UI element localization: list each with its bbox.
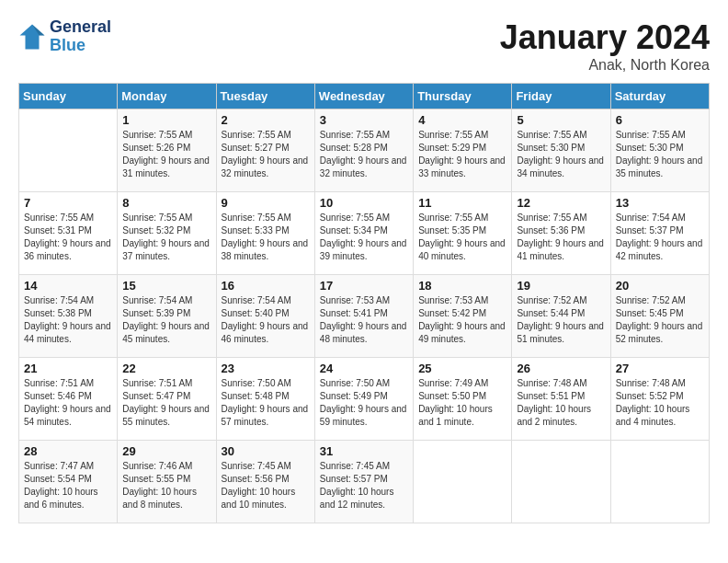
day-number: 2 <box>222 113 310 127</box>
calendar-week-row: 14Sunrise: 7:54 AM Sunset: 5:38 PM Dayli… <box>19 275 710 358</box>
title-block: January 2024 Anak, North Korea <box>500 18 710 74</box>
day-info: Sunrise: 7:53 AM Sunset: 5:41 PM Dayligh… <box>320 294 408 346</box>
calendar-table: SundayMondayTuesdayWednesdayThursdayFrid… <box>18 83 710 523</box>
day-number: 26 <box>517 362 605 375</box>
day-number: 7 <box>24 196 112 210</box>
day-info: Sunrise: 7:55 AM Sunset: 5:34 PM Dayligh… <box>320 212 408 263</box>
calendar-cell: 30Sunrise: 7:45 AM Sunset: 5:56 PM Dayli… <box>216 441 314 523</box>
day-number: 6 <box>616 113 704 127</box>
day-number: 30 <box>222 444 310 458</box>
day-info: Sunrise: 7:55 AM Sunset: 5:28 PM Dayligh… <box>320 129 408 180</box>
day-number: 5 <box>517 113 605 127</box>
day-number: 25 <box>418 362 506 375</box>
day-info: Sunrise: 7:51 AM Sunset: 5:47 PM Dayligh… <box>122 377 210 429</box>
day-info: Sunrise: 7:55 AM Sunset: 5:30 PM Dayligh… <box>616 129 704 180</box>
calendar-cell: 18Sunrise: 7:53 AM Sunset: 5:42 PM Dayli… <box>414 275 512 358</box>
calendar-cell <box>19 109 118 192</box>
calendar-cell: 27Sunrise: 7:48 AM Sunset: 5:52 PM Dayli… <box>610 358 709 441</box>
day-number: 13 <box>616 196 704 210</box>
day-info: Sunrise: 7:53 AM Sunset: 5:42 PM Dayligh… <box>418 294 506 346</box>
day-info: Sunrise: 7:45 AM Sunset: 5:57 PM Dayligh… <box>320 460 408 511</box>
day-info: Sunrise: 7:54 AM Sunset: 5:37 PM Dayligh… <box>616 212 704 263</box>
weekday-header-wednesday: Wednesday <box>314 84 413 109</box>
day-info: Sunrise: 7:51 AM Sunset: 5:46 PM Dayligh… <box>24 377 112 429</box>
day-info: Sunrise: 7:54 AM Sunset: 5:38 PM Dayligh… <box>24 294 112 346</box>
day-number: 1 <box>122 113 210 127</box>
day-number: 29 <box>122 444 210 458</box>
logo-icon <box>18 23 46 51</box>
calendar-cell: 3Sunrise: 7:55 AM Sunset: 5:28 PM Daylig… <box>314 109 413 192</box>
weekday-header-tuesday: Tuesday <box>216 84 314 109</box>
day-number: 15 <box>122 279 210 293</box>
calendar-cell: 16Sunrise: 7:54 AM Sunset: 5:40 PM Dayli… <box>216 275 314 358</box>
logo: General Blue <box>18 18 111 55</box>
day-number: 10 <box>320 196 408 210</box>
calendar-week-row: 7Sunrise: 7:55 AM Sunset: 5:31 PM Daylig… <box>19 192 710 275</box>
day-number: 20 <box>616 279 704 293</box>
calendar-title: January 2024 <box>500 18 710 57</box>
calendar-week-row: 1Sunrise: 7:55 AM Sunset: 5:26 PM Daylig… <box>19 109 710 192</box>
calendar-cell: 24Sunrise: 7:50 AM Sunset: 5:49 PM Dayli… <box>314 358 413 441</box>
calendar-cell <box>512 441 610 523</box>
day-number: 14 <box>24 279 112 293</box>
day-info: Sunrise: 7:46 AM Sunset: 5:55 PM Dayligh… <box>122 460 210 511</box>
calendar-cell: 20Sunrise: 7:52 AM Sunset: 5:45 PM Dayli… <box>610 275 709 358</box>
calendar-cell: 17Sunrise: 7:53 AM Sunset: 5:41 PM Dayli… <box>314 275 413 358</box>
page-header: General Blue January 2024 Anak, North Ko… <box>18 18 710 74</box>
calendar-cell: 11Sunrise: 7:55 AM Sunset: 5:35 PM Dayli… <box>414 192 512 275</box>
calendar-cell <box>610 441 709 523</box>
calendar-cell: 7Sunrise: 7:55 AM Sunset: 5:31 PM Daylig… <box>19 192 118 275</box>
calendar-cell: 13Sunrise: 7:54 AM Sunset: 5:37 PM Dayli… <box>610 192 709 275</box>
day-info: Sunrise: 7:55 AM Sunset: 5:27 PM Dayligh… <box>222 129 310 180</box>
day-number: 3 <box>320 113 408 127</box>
day-number: 21 <box>24 362 112 375</box>
day-number: 16 <box>222 279 310 293</box>
calendar-cell: 25Sunrise: 7:49 AM Sunset: 5:50 PM Dayli… <box>414 358 512 441</box>
day-info: Sunrise: 7:48 AM Sunset: 5:52 PM Dayligh… <box>616 377 704 429</box>
day-number: 9 <box>222 196 310 210</box>
day-info: Sunrise: 7:48 AM Sunset: 5:51 PM Dayligh… <box>517 377 605 429</box>
calendar-cell: 23Sunrise: 7:50 AM Sunset: 5:48 PM Dayli… <box>216 358 314 441</box>
calendar-week-row: 21Sunrise: 7:51 AM Sunset: 5:46 PM Dayli… <box>19 358 710 441</box>
weekday-header-saturday: Saturday <box>610 84 709 109</box>
day-number: 24 <box>320 362 408 375</box>
day-number: 12 <box>517 196 605 210</box>
svg-marker-0 <box>20 24 45 49</box>
day-info: Sunrise: 7:52 AM Sunset: 5:45 PM Dayligh… <box>616 294 704 346</box>
calendar-cell: 28Sunrise: 7:47 AM Sunset: 5:54 PM Dayli… <box>19 441 118 523</box>
day-info: Sunrise: 7:45 AM Sunset: 5:56 PM Dayligh… <box>222 460 310 511</box>
day-info: Sunrise: 7:49 AM Sunset: 5:50 PM Dayligh… <box>418 377 506 429</box>
calendar-cell: 9Sunrise: 7:55 AM Sunset: 5:33 PM Daylig… <box>216 192 314 275</box>
weekday-header-friday: Friday <box>512 84 610 109</box>
calendar-cell: 2Sunrise: 7:55 AM Sunset: 5:27 PM Daylig… <box>216 109 314 192</box>
day-number: 4 <box>418 113 506 127</box>
calendar-cell: 6Sunrise: 7:55 AM Sunset: 5:30 PM Daylig… <box>610 109 709 192</box>
day-number: 8 <box>122 196 210 210</box>
day-info: Sunrise: 7:54 AM Sunset: 5:39 PM Dayligh… <box>122 294 210 346</box>
day-number: 19 <box>517 279 605 293</box>
day-number: 23 <box>222 362 310 375</box>
day-number: 22 <box>122 362 210 375</box>
day-info: Sunrise: 7:55 AM Sunset: 5:26 PM Dayligh… <box>122 129 210 180</box>
day-number: 18 <box>418 279 506 293</box>
calendar-week-row: 28Sunrise: 7:47 AM Sunset: 5:54 PM Dayli… <box>19 441 710 523</box>
calendar-cell: 26Sunrise: 7:48 AM Sunset: 5:51 PM Dayli… <box>512 358 610 441</box>
calendar-subtitle: Anak, North Korea <box>500 57 710 74</box>
day-number: 31 <box>320 444 408 458</box>
calendar-cell: 31Sunrise: 7:45 AM Sunset: 5:57 PM Dayli… <box>314 441 413 523</box>
calendar-cell: 19Sunrise: 7:52 AM Sunset: 5:44 PM Dayli… <box>512 275 610 358</box>
day-info: Sunrise: 7:55 AM Sunset: 5:29 PM Dayligh… <box>418 129 506 180</box>
calendar-cell: 1Sunrise: 7:55 AM Sunset: 5:26 PM Daylig… <box>118 109 216 192</box>
calendar-cell <box>414 441 512 523</box>
day-number: 28 <box>24 444 112 458</box>
day-info: Sunrise: 7:55 AM Sunset: 5:32 PM Dayligh… <box>122 212 210 263</box>
calendar-cell: 21Sunrise: 7:51 AM Sunset: 5:46 PM Dayli… <box>19 358 118 441</box>
calendar-cell: 5Sunrise: 7:55 AM Sunset: 5:30 PM Daylig… <box>512 109 610 192</box>
day-info: Sunrise: 7:52 AM Sunset: 5:44 PM Dayligh… <box>517 294 605 346</box>
calendar-cell: 22Sunrise: 7:51 AM Sunset: 5:47 PM Dayli… <box>118 358 216 441</box>
weekday-header-monday: Monday <box>118 84 216 109</box>
day-number: 17 <box>320 279 408 293</box>
day-info: Sunrise: 7:55 AM Sunset: 5:36 PM Dayligh… <box>517 212 605 263</box>
weekday-header-sunday: Sunday <box>19 84 118 109</box>
day-number: 27 <box>616 362 704 375</box>
